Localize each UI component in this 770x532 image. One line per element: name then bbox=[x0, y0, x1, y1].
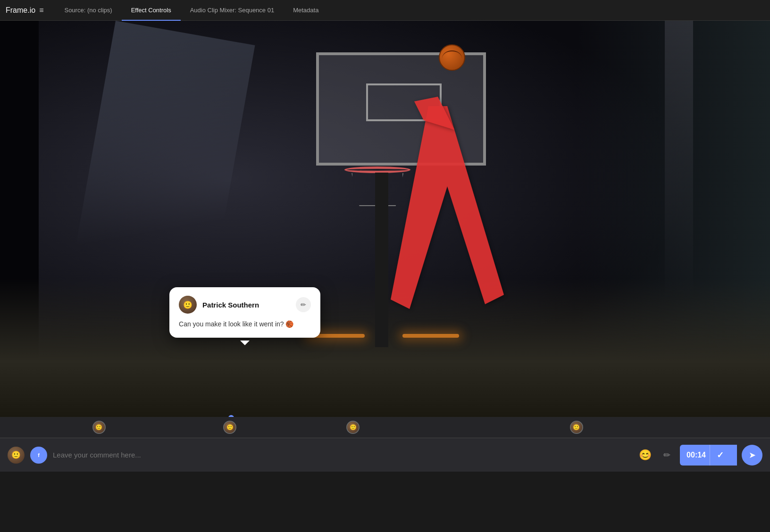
comment-bubble: 🙂 Patrick Southern ✏ Can you make it loo… bbox=[169, 287, 320, 338]
pole bbox=[375, 173, 388, 347]
tab-audio-clip-mixer[interactable]: Audio Clip Mixer: Sequence 01 bbox=[181, 0, 284, 21]
tab-bar: Frame.io ≡ Source: (no clips) Effect Con… bbox=[0, 0, 770, 21]
timeline-avatar-3[interactable]: 🙂 bbox=[346, 421, 360, 434]
timeline-avatar-2[interactable]: 🙂 bbox=[223, 421, 236, 434]
comment-text: Can you make it look like it went in? 🏀 bbox=[179, 319, 311, 329]
basketball-rim bbox=[344, 166, 410, 173]
frameio-badge: f bbox=[30, 447, 47, 464]
timecode-value: 00:14 bbox=[686, 451, 706, 459]
comment-input-bar: 🙂 f 😊 ✏ 00:14 ✓ ➤ bbox=[0, 438, 770, 472]
timeline-avatars-row: 🙂 🙂 🙂 🙂 bbox=[0, 417, 770, 438]
emoji-icon: 😊 bbox=[639, 449, 652, 461]
app-logo[interactable]: Frame.io ≡ bbox=[6, 6, 43, 15]
current-user-avatar: 🙂 bbox=[8, 447, 25, 464]
commenter-name: Patrick Southern bbox=[202, 301, 259, 309]
light-beam bbox=[67, 21, 255, 318]
tab-metadata[interactable]: Metadata bbox=[284, 0, 328, 21]
logo-text: Frame.io bbox=[6, 6, 35, 15]
edit-icon: ✏ bbox=[301, 301, 306, 308]
timecode-button[interactable]: 00:14 ✓ bbox=[680, 445, 737, 466]
emoji-picker-button[interactable]: 😊 bbox=[636, 447, 653, 464]
send-comment-button[interactable]: ➤ bbox=[742, 445, 762, 466]
send-icon: ➤ bbox=[749, 450, 756, 460]
check-icon: ✓ bbox=[717, 450, 724, 460]
bg-light-2 bbox=[402, 334, 459, 338]
video-background: 🙂 Patrick Southern ✏ Can you make it loo… bbox=[0, 21, 770, 417]
backboard-inner-box bbox=[366, 83, 442, 121]
comment-user: 🙂 Patrick Southern bbox=[179, 296, 259, 314]
commenter-avatar: 🙂 bbox=[179, 296, 197, 314]
timeline-avatar-1[interactable]: 🙂 bbox=[92, 421, 106, 434]
ceiling-beam bbox=[665, 21, 693, 298]
edit-comment-button[interactable]: ✏ bbox=[296, 297, 311, 312]
pen-icon: ✏ bbox=[663, 450, 670, 460]
timeline-avatar-4[interactable]: 🙂 bbox=[570, 421, 583, 434]
input-actions: 😊 ✏ 00:14 ✓ ➤ bbox=[636, 445, 762, 466]
comment-text-input[interactable] bbox=[53, 451, 631, 459]
comment-header: 🙂 Patrick Southern ✏ bbox=[179, 296, 311, 314]
backboard-group bbox=[293, 52, 519, 250]
draw-tool-button[interactable]: ✏ bbox=[658, 447, 675, 464]
backboard bbox=[316, 52, 486, 166]
tab-effect-controls[interactable]: Effect Controls bbox=[122, 0, 181, 21]
menu-icon[interactable]: ≡ bbox=[39, 6, 43, 15]
tab-source[interactable]: Source: (no clips) bbox=[55, 0, 121, 21]
video-player[interactable]: 🙂 Patrick Southern ✏ Can you make it loo… bbox=[0, 21, 770, 417]
timecode-check-button[interactable]: ✓ bbox=[710, 445, 730, 466]
